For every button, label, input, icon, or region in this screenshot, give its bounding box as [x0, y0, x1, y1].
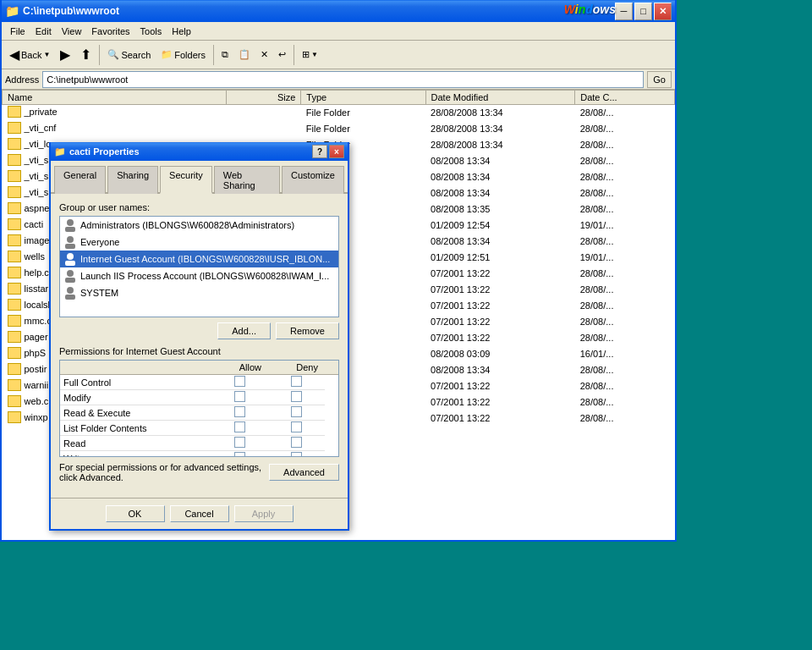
menu-file[interactable]: File — [5, 25, 30, 38]
undo-button[interactable]: ↩ — [274, 43, 290, 67]
menu-edit[interactable]: Edit — [30, 25, 57, 38]
perm-allow-cell[interactable] — [211, 436, 268, 451]
tab-customize[interactable]: Customize — [282, 166, 344, 194]
file-name: _vti_s — [25, 171, 49, 181]
perm-deny-cell[interactable] — [268, 375, 325, 390]
col-datec[interactable]: Date C... — [575, 91, 675, 105]
back-button[interactable]: ◀ Back ▼ — [5, 43, 54, 67]
close-button[interactable]: ✕ — [654, 3, 672, 20]
menu-tools[interactable]: Tools — [135, 25, 167, 38]
col-type[interactable]: Type — [301, 91, 425, 105]
deny-checkbox[interactable] — [291, 437, 302, 448]
perm-allow-cell[interactable] — [211, 390, 268, 405]
perm-col-name — [60, 361, 211, 375]
permission-row: List Folder Contents — [60, 421, 338, 436]
table-row[interactable]: _vti_cnf File Folder 28/08/2008 13:34 28… — [3, 121, 675, 137]
views-dropdown-icon: ▼ — [311, 51, 318, 58]
paste-button[interactable]: 📋 — [234, 43, 255, 67]
remove-user-button[interactable]: Remove — [276, 322, 339, 339]
user-icon-administrators — [63, 218, 77, 232]
file-name: wells — [25, 251, 45, 262]
folder-icon — [8, 315, 21, 327]
perm-name: Write — [60, 451, 211, 457]
perm-allow-cell[interactable] — [211, 451, 268, 457]
perm-deny-cell[interactable] — [268, 436, 325, 451]
user-system-label: SYSTEM — [80, 288, 118, 298]
folder-icon — [8, 186, 21, 198]
perm-deny-cell[interactable] — [268, 390, 325, 405]
col-name[interactable]: Name — [3, 91, 227, 105]
file-name: help.c — [25, 267, 49, 278]
ok-button[interactable]: OK — [106, 505, 165, 522]
deny-checkbox[interactable] — [291, 406, 302, 417]
file-name: _vti_cnf — [25, 123, 57, 133]
deny-checkbox[interactable] — [291, 376, 302, 387]
views-icon: ⊞ — [302, 49, 310, 60]
tab-general[interactable]: General — [54, 166, 106, 194]
file-name: winxp — [25, 412, 48, 422]
tab-security[interactable]: Security — [160, 166, 212, 194]
menu-help[interactable]: Help — [167, 25, 196, 38]
cancel-button[interactable]: Cancel — [170, 505, 229, 522]
views-button[interactable]: ⊞ ▼ — [298, 43, 322, 67]
tab-sharing[interactable]: Sharing — [107, 166, 158, 194]
menu-favorites[interactable]: Favorites — [86, 25, 134, 38]
perm-allow-cell[interactable] — [211, 421, 268, 436]
deny-checkbox[interactable] — [291, 452, 302, 456]
deny-checkbox[interactable] — [291, 421, 302, 432]
deny-checkbox[interactable] — [291, 391, 302, 402]
allow-checkbox[interactable] — [234, 391, 245, 402]
user-item-administrators[interactable]: Administrators (IBLONGS\W600828\Administ… — [60, 217, 338, 234]
perm-deny-cell[interactable] — [268, 421, 325, 436]
allow-checkbox[interactable] — [234, 376, 245, 387]
allow-checkbox[interactable] — [234, 421, 245, 432]
user-item-system[interactable]: SYSTEM — [60, 284, 338, 301]
add-user-button[interactable]: Add... — [217, 322, 271, 339]
dialog-footer: OK Cancel Apply — [51, 498, 348, 529]
user-item-everyone[interactable]: Everyone — [60, 234, 338, 251]
forward-button[interactable]: ▶ — [56, 43, 74, 67]
user-item-internet-guest[interactable]: Internet Guest Account (IBLONGS\W600828\… — [60, 251, 338, 267]
table-row[interactable]: _private File Folder 28/08/2008 13:34 28… — [3, 105, 675, 121]
permissions-table-container: Allow Deny Full Control Modify Read & Ex… — [59, 360, 339, 457]
delete-button[interactable]: ✕ — [256, 43, 272, 67]
apply-button[interactable]: Apply — [234, 505, 294, 522]
col-size[interactable]: Size — [227, 91, 301, 105]
user-action-buttons: Add... Remove — [59, 322, 339, 339]
copy-button[interactable]: ⧉ — [217, 43, 233, 67]
perm-deny-cell[interactable] — [268, 405, 325, 421]
user-administrators-label: Administrators (IBLONGS\W600828\Administ… — [80, 220, 294, 230]
allow-checkbox[interactable] — [234, 406, 245, 417]
permissions-scroll-area[interactable]: Allow Deny Full Control Modify Read & Ex… — [60, 361, 338, 456]
dialog-close-button[interactable]: × — [329, 145, 344, 158]
address-input[interactable] — [42, 71, 644, 88]
advanced-row: For special permissions or for advanced … — [59, 462, 339, 482]
perm-allow-cell[interactable] — [211, 375, 268, 390]
file-name: _vti_s — [25, 187, 49, 197]
undo-icon: ↩ — [278, 49, 286, 60]
address-label: Address — [5, 74, 39, 85]
advanced-button[interactable]: Advanced — [269, 464, 339, 481]
forward-icon: ▶ — [60, 47, 70, 63]
user-internet-guest-label: Internet Guest Account (IBLONGS\W600828\… — [80, 254, 330, 264]
folders-button[interactable]: 📁 Folders — [156, 43, 210, 67]
users-list[interactable]: Administrators (IBLONGS\W600828\Administ… — [59, 216, 339, 317]
allow-checkbox[interactable] — [234, 452, 245, 456]
back-dropdown-icon[interactable]: ▼ — [43, 51, 50, 58]
permission-row: Write — [60, 451, 338, 457]
perm-deny-cell[interactable] — [268, 451, 325, 457]
tab-web-sharing[interactable]: Web Sharing — [214, 166, 280, 194]
go-button[interactable]: Go — [647, 71, 672, 88]
col-modified[interactable]: Date Modified — [425, 91, 575, 105]
maximize-button[interactable]: □ — [634, 3, 652, 20]
dialog-help-button[interactable]: ? — [312, 145, 327, 158]
up-button[interactable]: ⬆ — [76, 43, 96, 67]
search-button[interactable]: 🔍 Search — [103, 43, 155, 67]
minimize-button[interactable]: ─ — [615, 3, 633, 20]
perm-allow-cell[interactable] — [211, 405, 268, 421]
menu-view[interactable]: View — [57, 25, 87, 38]
allow-checkbox[interactable] — [234, 437, 245, 448]
user-item-launch-iis[interactable]: Launch IIS Process Account (IBLONGS\W600… — [60, 267, 338, 284]
title-bar-icon: 📁 — [5, 4, 19, 18]
perm-name: List Folder Contents — [60, 421, 211, 436]
